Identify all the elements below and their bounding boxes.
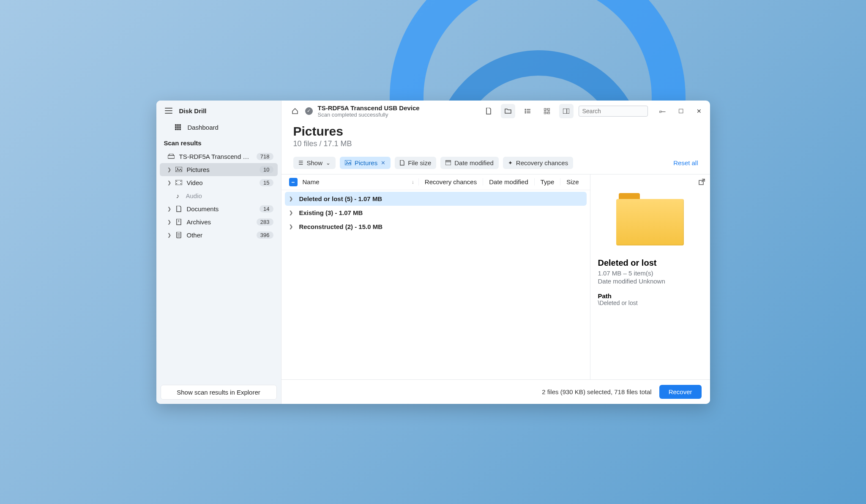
sidebar-device[interactable]: TS-RDF5A Transcend US... 718 xyxy=(160,150,278,163)
details-title: Deleted or lost xyxy=(598,258,702,268)
table-area: – Name ↓ Recovery chances Date modified … xyxy=(281,174,590,379)
sidebar-item-archives[interactable]: ❯ Archives 283 xyxy=(160,215,278,229)
view-grid-icon[interactable] xyxy=(540,104,554,118)
filter-row: ☰ Show ⌄ Pictures ✕ File size Date modif… xyxy=(281,153,710,174)
sidebar-item-label: Other xyxy=(187,232,252,239)
sort-arrow-icon: ↓ xyxy=(412,179,414,185)
chevron-right-icon: ❯ xyxy=(289,224,294,229)
sidebar-item-documents[interactable]: ❯ Documents 14 xyxy=(160,202,278,215)
table-header: – Name ↓ Recovery chances Date modified … xyxy=(281,174,590,190)
filter-chip-pictures[interactable]: Pictures ✕ xyxy=(340,157,391,169)
table-row[interactable]: ❯ Deleted or lost (5) - 1.07 MB xyxy=(285,192,587,206)
chevron-down-icon: ⌄ xyxy=(326,160,331,166)
sidebar-item-label: Pictures xyxy=(187,166,256,173)
column-label: Recovery chances xyxy=(425,178,477,185)
column-name[interactable]: Name ↓ xyxy=(303,178,419,185)
svg-rect-2 xyxy=(179,124,181,126)
app-window: Disk Drill Dashboard Scan results TS-RDF… xyxy=(156,101,710,404)
other-icon xyxy=(175,232,183,238)
app-title: Disk Drill xyxy=(179,107,207,114)
minimize-button[interactable]: — xyxy=(657,106,668,116)
row-label: Deleted or lost (5) - 1.07 MB xyxy=(299,195,382,202)
column-type[interactable]: Type xyxy=(535,178,561,185)
sidebar-item-audio[interactable]: ♪ Audio xyxy=(160,189,278,202)
folder-icon xyxy=(616,193,684,248)
svg-rect-12 xyxy=(175,180,182,185)
chevron-right-icon: ❯ xyxy=(167,206,171,212)
sidebar-item-badge: 10 xyxy=(260,166,273,173)
row-label: Reconstructed (2) - 15.0 MB xyxy=(299,223,383,230)
filter-chip-date[interactable]: Date modified xyxy=(440,157,499,169)
column-date[interactable]: Date modified xyxy=(483,178,535,185)
chip-label: File size xyxy=(408,159,431,166)
sidebar-item-label: Audio xyxy=(186,192,273,199)
view-file-icon[interactable] xyxy=(481,104,496,118)
table-row[interactable]: ❯ Reconstructed (2) - 15.0 MB xyxy=(285,220,587,234)
sidebar: Disk Drill Dashboard Scan results TS-RDF… xyxy=(156,101,281,404)
page-subtitle: 10 files / 17.1 MB xyxy=(293,139,698,148)
chip-label: Show xyxy=(307,159,323,166)
home-icon[interactable] xyxy=(290,106,300,116)
topbar: ✓ TS-RDF5A Transcend USB Device Scan com… xyxy=(281,101,710,122)
chevron-right-icon: ❯ xyxy=(167,219,171,225)
details-meta-date: Date modified Unknown xyxy=(598,278,702,285)
column-label: Name xyxy=(303,178,320,185)
search-input[interactable]: ⌕ xyxy=(579,106,648,117)
chevron-right-icon: ❯ xyxy=(289,196,294,202)
star-icon: ✦ xyxy=(508,160,513,166)
svg-rect-3 xyxy=(175,126,177,128)
svg-point-27 xyxy=(525,112,526,113)
svg-rect-32 xyxy=(548,112,550,114)
sidebar-item-label: Video xyxy=(187,179,256,186)
document-icon xyxy=(175,206,183,212)
select-all-checkbox[interactable]: – xyxy=(289,178,298,186)
show-in-explorer-button[interactable]: Show scan results in Explorer xyxy=(161,385,277,400)
sidebar-item-pictures[interactable]: ❯ Pictures 10 xyxy=(160,163,278,176)
filter-chip-recovery[interactable]: ✦ Recovery chances xyxy=(503,157,573,169)
recover-button[interactable]: Recover xyxy=(659,385,702,399)
table-row[interactable]: ❯ Existing (3) - 1.07 MB xyxy=(285,206,587,220)
svg-rect-13 xyxy=(176,181,177,182)
maximize-button[interactable]: ☐ xyxy=(676,106,686,116)
menu-icon[interactable] xyxy=(165,108,172,114)
chevron-right-icon: ❯ xyxy=(167,167,171,172)
svg-point-23 xyxy=(525,109,526,110)
column-recovery[interactable]: Recovery chances xyxy=(419,178,483,185)
sidebar-item-badge: 15 xyxy=(260,179,273,186)
table-body: ❯ Deleted or lost (5) - 1.07 MB ❯ Existi… xyxy=(281,190,590,235)
view-panel-icon[interactable] xyxy=(559,104,574,118)
filter-chip-filesize[interactable]: File size xyxy=(395,157,436,169)
picture-icon xyxy=(345,160,351,165)
search-field[interactable] xyxy=(582,108,656,114)
breadcrumb-title: TS-RDF5A Transcend USB Device xyxy=(318,104,420,112)
close-button[interactable]: ✕ xyxy=(694,106,704,116)
open-external-icon[interactable] xyxy=(699,179,705,185)
chevron-right-icon: ❯ xyxy=(167,180,171,185)
sidebar-device-label: TS-RDF5A Transcend US... xyxy=(179,153,252,160)
svg-rect-15 xyxy=(180,181,181,182)
chevron-right-icon: ❯ xyxy=(289,210,294,215)
sidebar-item-badge: 14 xyxy=(260,205,273,212)
view-folder-icon[interactable] xyxy=(501,104,515,118)
details-path-label: Path xyxy=(598,292,702,300)
filter-show-button[interactable]: ☰ Show ⌄ xyxy=(293,157,336,169)
svg-point-11 xyxy=(177,168,178,169)
sidebar-item-video[interactable]: ❯ Video 15 xyxy=(160,176,278,189)
column-size[interactable]: Size xyxy=(560,178,585,185)
svg-rect-37 xyxy=(445,161,451,165)
page-header: Pictures 10 files / 17.1 MB xyxy=(281,122,710,153)
svg-point-36 xyxy=(346,161,347,162)
svg-rect-7 xyxy=(177,128,179,130)
chip-label: Date modified xyxy=(454,159,494,166)
reset-all-link[interactable]: Reset all xyxy=(673,159,698,166)
sidebar-item-label: Dashboard xyxy=(188,124,219,131)
chevron-right-icon: ❯ xyxy=(167,232,171,238)
sidebar-item-badge: 283 xyxy=(257,218,273,226)
svg-rect-9 xyxy=(168,155,175,158)
sidebar-item-label: Archives xyxy=(187,218,252,226)
sidebar-item-other[interactable]: ❯ Other 396 xyxy=(160,229,278,242)
calendar-icon xyxy=(445,160,451,165)
sidebar-item-dashboard[interactable]: Dashboard xyxy=(156,120,281,134)
view-list-icon[interactable] xyxy=(520,104,535,118)
close-icon[interactable]: ✕ xyxy=(381,160,385,166)
